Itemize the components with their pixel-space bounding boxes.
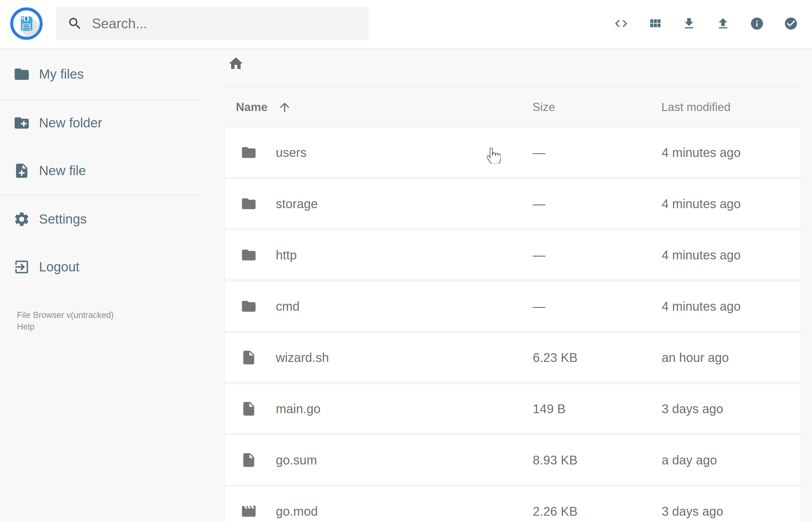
- sidebar-item-label: Logout: [39, 259, 79, 275]
- file-modified: 3 days ago: [662, 504, 723, 518]
- upload-button[interactable]: [716, 16, 730, 31]
- switch-view-button[interactable]: [648, 16, 662, 31]
- file-name: users: [276, 145, 307, 159]
- file-size: 8.93 KB: [533, 453, 577, 467]
- file-name: main.go: [276, 402, 321, 416]
- listing-column-headers: Name Size Last modified: [224, 87, 801, 127]
- folder-icon: [241, 298, 257, 315]
- column-header-modified[interactable]: Last modified: [662, 101, 731, 114]
- file-name: http: [276, 248, 297, 262]
- file-name: storage: [276, 197, 318, 211]
- select-multiple-button[interactable]: [784, 16, 798, 31]
- download-button[interactable]: [682, 16, 696, 31]
- file-icon: [241, 401, 257, 417]
- sidebar-item-my-files[interactable]: My files: [0, 59, 201, 90]
- search-bar: [56, 7, 369, 40]
- folder-icon: [13, 66, 30, 83]
- table-row-http[interactable]: http — 4 minutes ago: [224, 230, 801, 280]
- file-size: —: [533, 248, 545, 262]
- table-row-main-go[interactable]: main.go 149 B 3 days ago: [224, 384, 801, 434]
- column-header-size[interactable]: Size: [532, 101, 555, 114]
- sidebar-item-label: Settings: [39, 212, 87, 227]
- download-icon: [682, 16, 696, 31]
- file-icon: [241, 452, 257, 468]
- sidebar-item-label: New file: [39, 163, 86, 178]
- top-bar: [0, 0, 812, 49]
- check-circle-icon: [784, 16, 798, 31]
- file-size: —: [533, 299, 545, 313]
- sidebar-item-logout[interactable]: Logout: [0, 251, 201, 283]
- file-size: —: [533, 145, 545, 159]
- file-icon: [241, 349, 257, 366]
- folder-icon: [241, 144, 257, 161]
- help-link[interactable]: Help: [17, 321, 35, 333]
- table-row-go-mod[interactable]: go.mod 2.26 KB 3 days ago: [224, 486, 801, 522]
- file-size: 2.26 KB: [533, 504, 577, 518]
- sidebar-item-label: My files: [39, 67, 84, 82]
- file-modified: 4 minutes ago: [662, 299, 740, 313]
- table-row-go-sum[interactable]: go.sum 8.93 KB a day ago: [224, 435, 801, 485]
- file-name: wizard.sh: [276, 350, 329, 364]
- sidebar-item-new-file[interactable]: New file: [0, 155, 201, 186]
- sidebar-divider: [0, 99, 201, 100]
- sidebar-item-settings[interactable]: Settings: [0, 203, 201, 235]
- logout-icon: [13, 259, 30, 276]
- file-name: cmd: [276, 299, 300, 313]
- search-icon: [67, 16, 82, 31]
- info-icon: [750, 16, 764, 31]
- table-row-storage[interactable]: storage — 4 minutes ago: [224, 179, 801, 228]
- folder-icon: [241, 196, 257, 212]
- home-icon: [228, 55, 244, 72]
- file-modified: 3 days ago: [662, 402, 723, 416]
- file-size: 6.23 KB: [533, 350, 577, 364]
- file-name: go.mod: [276, 504, 318, 518]
- table-row-cmd[interactable]: cmd — 4 minutes ago: [224, 281, 801, 331]
- file-modified: 4 minutes ago: [662, 197, 740, 211]
- breadcrumb-home-button[interactable]: [228, 55, 244, 72]
- search-input[interactable]: [92, 16, 369, 32]
- header-actions: [614, 16, 798, 31]
- new-file-icon: [13, 162, 30, 179]
- sidebar-footer: File Browser v(untracked) Help: [17, 309, 114, 333]
- file-modified: 4 minutes ago: [662, 145, 740, 159]
- settings-gear-icon: [13, 211, 30, 228]
- sidebar: My files New folder New file Settings Lo…: [0, 49, 201, 522]
- file-name: go.sum: [276, 453, 317, 467]
- code-icon: [614, 16, 628, 31]
- table-row-users[interactable]: users — 4 minutes ago: [224, 127, 801, 177]
- sort-ascending-icon: [278, 100, 291, 114]
- floppy-disk-logo-icon: [10, 7, 43, 40]
- file-modified: an hour ago: [662, 350, 729, 364]
- file-modified: a day ago: [662, 453, 717, 467]
- movie-file-icon: [241, 503, 257, 520]
- table-row-wizard-sh[interactable]: wizard.sh 6.23 KB an hour ago: [224, 333, 801, 382]
- new-folder-icon: [13, 115, 30, 132]
- folder-icon: [241, 247, 257, 263]
- sidebar-divider: [0, 195, 201, 196]
- column-header-name[interactable]: Name: [236, 100, 291, 114]
- file-modified: 4 minutes ago: [662, 248, 740, 262]
- shell-button[interactable]: [614, 16, 628, 31]
- file-size: —: [533, 197, 545, 211]
- app-version-text: File Browser v(untracked): [17, 309, 114, 321]
- file-size: 149 B: [533, 402, 566, 416]
- app-logo[interactable]: [10, 7, 43, 40]
- info-button[interactable]: [750, 16, 764, 31]
- sidebar-item-label: New folder: [39, 115, 102, 130]
- upload-icon: [716, 16, 730, 31]
- sidebar-item-new-folder[interactable]: New folder: [0, 107, 201, 139]
- grid-view-icon: [648, 16, 662, 31]
- filebrowser-app: { "header": { "logo_title": "File Browse…: [0, 0, 812, 522]
- listing-rows: users — 4 minutes ago storage — 4 minute…: [224, 127, 801, 522]
